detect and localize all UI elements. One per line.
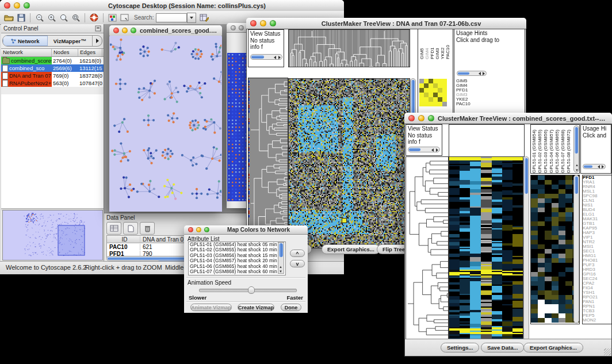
done-button[interactable]: Done bbox=[281, 304, 301, 311]
column-label[interactable]: GPL51-04 (GSM857) bbox=[549, 126, 554, 173]
move-down-button[interactable]: v bbox=[290, 260, 305, 267]
gene-label[interactable]: MON2 bbox=[583, 318, 611, 323]
scroll-up-icon[interactable]: ▲ bbox=[575, 163, 579, 167]
tv1-view-status-title: View Status bbox=[248, 30, 284, 37]
tv2-labels-vscrollbar[interactable]: ▲ ▼ bbox=[573, 125, 579, 173]
col-nodes[interactable]: Nodes bbox=[52, 49, 78, 56]
plugins-icon[interactable] bbox=[107, 13, 118, 22]
tv1-export-graphics-button[interactable]: Export Graphics... bbox=[322, 244, 380, 254]
minimize-button[interactable] bbox=[239, 25, 244, 30]
close-button[interactable] bbox=[113, 28, 119, 33]
column-label[interactable]: GIM3 bbox=[435, 30, 440, 59]
tv2-heatmap-vscrollbar[interactable] bbox=[523, 156, 529, 340]
column-label[interactable]: GIM4 bbox=[425, 30, 430, 59]
tv2-status-scrollbar[interactable] bbox=[408, 147, 440, 152]
minimize-button[interactable] bbox=[418, 115, 424, 121]
tv2-row-dendrogram[interactable] bbox=[406, 156, 449, 340]
zoom-button[interactable] bbox=[428, 115, 434, 121]
zoom-out-icon[interactable] bbox=[34, 13, 45, 22]
network-row[interactable]: combined_scores2764(0)16218(0) bbox=[1, 57, 104, 64]
float-panel-icon[interactable] bbox=[95, 25, 101, 32]
tv2-save-data-button[interactable]: Save Data... bbox=[481, 343, 524, 352]
gene-label[interactable]: PAC10 bbox=[456, 102, 524, 106]
search-input[interactable] bbox=[156, 13, 187, 22]
close-button[interactable] bbox=[188, 227, 193, 232]
network-row[interactable]: RNAPuberNov2+563(0)107847(0) bbox=[1, 79, 104, 87]
create-vizmap-button[interactable]: Create Vizmap bbox=[238, 304, 274, 311]
tab-network[interactable]: Network bbox=[3, 36, 48, 46]
attribute-list[interactable]: GPL51-01 (GSM854) heat shock 05 minGPL51… bbox=[188, 242, 286, 275]
column-label[interactable]: GPL51-06 (GSM865) bbox=[555, 126, 560, 173]
search-label: Search: bbox=[134, 14, 154, 21]
tv2-heatmap[interactable] bbox=[449, 156, 523, 340]
search-dropdown-button[interactable] bbox=[187, 13, 196, 23]
help-icon[interactable] bbox=[89, 13, 100, 22]
column-label[interactable]: PAC10 bbox=[446, 30, 450, 59]
close-button[interactable] bbox=[231, 25, 236, 30]
move-up-button[interactable]: ^ bbox=[290, 250, 305, 257]
tv2-column-tree-area[interactable] bbox=[449, 124, 525, 157]
save-icon[interactable] bbox=[16, 13, 26, 22]
minimize-button[interactable] bbox=[14, 2, 20, 9]
slider-thumb[interactable] bbox=[248, 286, 255, 294]
attribute-list-scrollbar[interactable]: ▲ ▼ bbox=[278, 242, 284, 274]
tv1-heatmap[interactable] bbox=[288, 78, 410, 248]
zoom-button[interactable] bbox=[204, 227, 209, 232]
tv2-export-graphics-button[interactable]: Export Graphics... bbox=[523, 343, 583, 352]
column-label[interactable]: GPL51-03 (GSM856) bbox=[544, 126, 548, 173]
scroll-down-icon[interactable]: ▼ bbox=[279, 270, 282, 273]
network-row[interactable]: combined_sco2569(6)13112(15) bbox=[1, 64, 104, 72]
tv1-row-dendrogram[interactable] bbox=[248, 78, 288, 249]
zoom-button[interactable] bbox=[270, 20, 276, 26]
minimize-button[interactable] bbox=[122, 28, 128, 33]
resize-grip[interactable] bbox=[604, 348, 611, 355]
tv2-hints-scrollbar[interactable] bbox=[583, 164, 606, 169]
tab-overflow-button[interactable] bbox=[92, 36, 102, 46]
tv1-column-dendrogram[interactable] bbox=[288, 29, 410, 67]
zoom-selected-icon[interactable] bbox=[70, 13, 81, 22]
minimize-button[interactable] bbox=[196, 227, 201, 232]
column-label[interactable]: GPL51-02 (GSM855) bbox=[538, 126, 542, 173]
scroll-up-icon[interactable]: ▲ bbox=[279, 265, 282, 269]
scroll-down-icon[interactable]: ▼ bbox=[575, 168, 579, 172]
network-row[interactable]: DNA and Tran 07769(0)183728(0) bbox=[1, 72, 104, 79]
column-label[interactable]: GIM5 bbox=[420, 30, 424, 59]
col-network[interactable]: Network bbox=[1, 49, 52, 56]
column-label[interactable]: PFD1 bbox=[430, 30, 435, 59]
new-attribute-icon[interactable] bbox=[123, 222, 138, 235]
zoom-button[interactable] bbox=[24, 2, 30, 9]
close-button[interactable] bbox=[250, 20, 257, 26]
tv2-zoom-vscrollbar[interactable] bbox=[573, 175, 579, 323]
tab-vizmapper[interactable]: VizMapper™ bbox=[48, 36, 93, 46]
main-titlebar[interactable]: Cytoscape Desktop (Session Name: collins… bbox=[0, 0, 344, 12]
table-panel-icon[interactable] bbox=[106, 222, 121, 235]
annotation-icon[interactable] bbox=[119, 13, 130, 22]
attribute-item[interactable]: GPL51-07 (GSM868) heat shock 60 min bbox=[189, 269, 285, 274]
tv1-hints-scrollbar[interactable] bbox=[457, 71, 487, 76]
animation-speed-slider[interactable] bbox=[199, 289, 297, 292]
network-name: combined_sco bbox=[9, 65, 44, 71]
column-label[interactable]: GPL51-08 (GSM872) bbox=[567, 126, 571, 173]
tab-vizmapper-label: VizMapper™ bbox=[53, 38, 86, 44]
network-overview-panel[interactable] bbox=[2, 210, 103, 260]
col-edges[interactable]: Edges bbox=[78, 49, 102, 56]
column-label[interactable]: GPL51-07 (GSM868) bbox=[561, 126, 565, 173]
attribute-browser-icon[interactable] bbox=[198, 13, 209, 22]
id-column-header[interactable]: ID bbox=[107, 236, 140, 243]
column-label[interactable]: GPL51-01 (GSM854) bbox=[532, 126, 537, 173]
zoom-button[interactable] bbox=[131, 28, 136, 33]
network-canvas[interactable] bbox=[110, 36, 221, 211]
zoom-fit-icon[interactable] bbox=[58, 13, 69, 22]
close-button[interactable] bbox=[408, 115, 415, 121]
delete-attribute-icon[interactable] bbox=[140, 222, 155, 235]
tv2-zoom-heatmap[interactable] bbox=[530, 175, 580, 324]
minimize-button[interactable] bbox=[260, 20, 266, 26]
tv1-status-scrollbar[interactable] bbox=[250, 54, 282, 60]
close-button[interactable] bbox=[4, 2, 10, 9]
column-label[interactable]: YKE2 bbox=[441, 30, 445, 59]
tv1-mini-heatmap[interactable] bbox=[419, 79, 447, 106]
animate-vizmap-button[interactable]: Animate Vizmap bbox=[190, 304, 232, 311]
zoom-in-icon[interactable] bbox=[46, 13, 57, 22]
open-file-icon[interactable] bbox=[3, 13, 14, 22]
tv2-settings-button[interactable]: Settings... bbox=[441, 343, 479, 352]
